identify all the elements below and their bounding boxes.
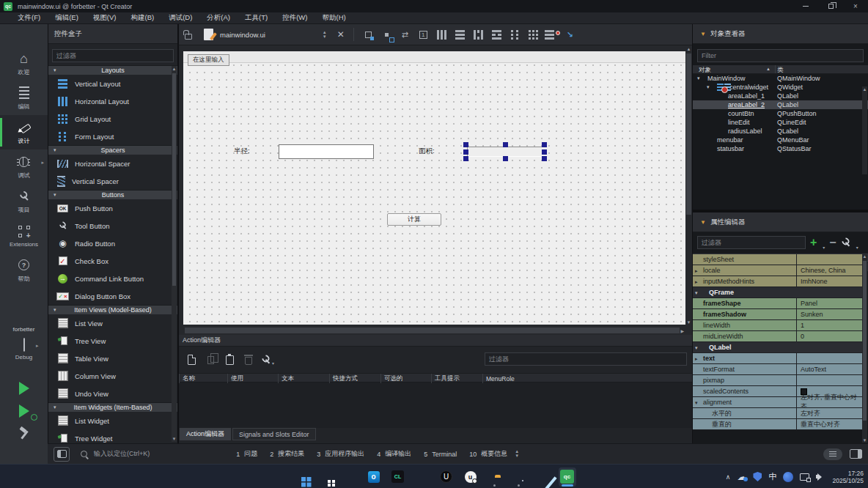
taskbar-vscode[interactable] xyxy=(534,467,552,487)
property-row-qlabel[interactable]: ▾QLabel xyxy=(693,342,862,353)
sidebar-item-extensions[interactable]: +Extensions xyxy=(0,218,48,253)
taskbar-qt-creator[interactable]: qc xyxy=(559,467,576,487)
sidebar-item-projects[interactable]: 项目 xyxy=(0,184,48,218)
widget-box-filter-input[interactable] xyxy=(52,49,174,62)
property-value[interactable]: 左对齐, 垂直中心对齐 xyxy=(796,397,862,407)
sidebar-item-edit[interactable]: 编辑 xyxy=(0,81,48,115)
taskbar-microsoft-store[interactable] xyxy=(317,467,334,487)
inspector-row-arealabel-1[interactable]: areaLabel_1QLabel xyxy=(693,92,868,100)
property-value[interactable]: Sunken xyxy=(796,309,862,319)
minimize-button[interactable] xyxy=(793,0,818,12)
widget-item-command-link-button[interactable]: →Command Link Button xyxy=(48,270,177,287)
menubar-item-b[interactable]: 构建(B) xyxy=(123,13,161,23)
property-value[interactable] xyxy=(796,353,862,363)
toolbar-edit-tab-order-icon[interactable]: 1 xyxy=(416,27,431,42)
right-sidebar-toggle-icon[interactable] xyxy=(850,449,862,459)
action-settings-button[interactable]: ▾ xyxy=(258,351,277,369)
property-value[interactable]: Panel xyxy=(796,298,862,308)
widget-item-horizontal-layout[interactable]: Horizontal Layout xyxy=(48,92,177,110)
toolbar-edit-signals-slots-icon[interactable] xyxy=(379,27,394,42)
property-row-pixmap[interactable]: pixmap xyxy=(693,375,862,386)
inspector-row-lineedit[interactable]: lineEditQLineEdit xyxy=(693,118,868,127)
toolbar-edit-widgets-icon[interactable] xyxy=(361,27,376,42)
output-panes-menu-button[interactable] xyxy=(823,448,842,460)
property-row-frameshadow[interactable]: frameShadowSunken xyxy=(693,309,862,320)
inspector-row-countbtn[interactable]: countBtnQPushButton xyxy=(693,109,868,118)
taskbar-edge[interactable] xyxy=(413,467,431,487)
output-pane-item[interactable]: 3应用程序输出 xyxy=(317,449,364,459)
tray-app-icon[interactable] xyxy=(783,472,793,482)
widget-item-column-view[interactable]: Column View xyxy=(48,367,177,385)
taskbar-outlook[interactable]: o xyxy=(365,467,383,487)
inspector-row-statusbar[interactable]: statusbarQStatusBar xyxy=(693,144,868,153)
menubar-item-a[interactable]: 分析(A) xyxy=(199,13,238,23)
selection-handle[interactable] xyxy=(542,156,547,161)
widget-item-tree-widget[interactable]: Tree Widget xyxy=(48,429,177,443)
canvas-vertical-scrollbar[interactable]: ▲ ▼ xyxy=(685,45,692,326)
object-inspector-filter-input[interactable] xyxy=(697,49,864,62)
tray-expand-icon[interactable]: ∧ xyxy=(726,473,731,481)
open-document-name[interactable]: mainwindow.ui xyxy=(220,31,265,39)
property-value[interactable]: 垂直中心对齐 xyxy=(796,419,862,429)
tab-action[interactable]: Action编辑器 xyxy=(180,428,231,440)
expand-arrow-icon[interactable]: ▸ xyxy=(695,356,698,362)
document-switcher-icon[interactable]: ▲▼ xyxy=(323,31,327,39)
widget-item-push-button[interactable]: OKPush Button xyxy=(48,199,177,217)
sidebar-item-design[interactable]: 设计 xyxy=(0,115,48,149)
menubar-item-t[interactable]: 工具(T) xyxy=(238,13,275,23)
new-action-button[interactable] xyxy=(182,351,201,369)
menubar-item-w[interactable]: 控件(W) xyxy=(275,13,315,23)
taskbar-design-app[interactable] xyxy=(341,467,358,487)
inspector-row-centralwidget[interactable]: ▾centralwidgetQWidget xyxy=(693,83,868,92)
expand-arrow-icon[interactable]: ▸ xyxy=(695,279,698,285)
menu-type-here[interactable]: 在这里输入 xyxy=(188,54,229,66)
taskbar-unreal-marketplace[interactable]: u xyxy=(462,467,479,487)
selection-handle[interactable] xyxy=(463,142,468,147)
action-column-item[interactable]: 名称 xyxy=(179,374,195,383)
widget-item-vertical-layout[interactable]: Vertical Layout xyxy=(48,75,177,92)
volume-icon[interactable] xyxy=(816,473,825,481)
widget-item-radio-button[interactable]: ◉Radio Button xyxy=(48,234,177,252)
widget-category-buttons[interactable]: ▾Buttons xyxy=(48,190,177,199)
scroll-up-icon[interactable]: ▲ xyxy=(172,67,177,71)
output-pane-item[interactable]: 1问题 xyxy=(236,449,257,459)
menubar-item-h[interactable]: 帮助(H) xyxy=(315,13,353,23)
widget-item-form-layout[interactable]: Form Layout xyxy=(48,127,177,145)
widget-box-scrollbar[interactable]: ▲ ▼ xyxy=(172,66,177,442)
property-value[interactable]: 左对齐 xyxy=(796,408,862,418)
action-column-menurole[interactable]: MenuRole xyxy=(482,374,515,383)
widget-item-horizontal-spacer[interactable]: Horizontal Spacer xyxy=(48,155,177,172)
widget-item-undo-view[interactable]: Undo View xyxy=(48,385,177,402)
property-row-text[interactable]: ▸text xyxy=(693,353,862,364)
toolbar-edit-buddies-icon[interactable]: ⇄ xyxy=(397,27,413,42)
expand-arrow-icon[interactable]: ▾ xyxy=(695,400,698,406)
widget-item-list-widget[interactable]: List Widget xyxy=(48,412,177,429)
selected-area-value-label[interactable] xyxy=(465,144,545,160)
weather-cloud-icon[interactable]: ☁ xyxy=(737,472,746,481)
scroll-up-icon[interactable]: ▲ xyxy=(862,254,867,259)
property-value[interactable]: AutoText xyxy=(796,364,862,374)
taskbar-chrome[interactable] xyxy=(510,467,528,487)
widget-item-vertical-spacer[interactable]: Vertical Spacer xyxy=(48,172,177,190)
inspector-row-menubar[interactable]: menubarQMenuBar xyxy=(693,136,868,144)
kit-selector[interactable]: forbetter ▸ Debug xyxy=(0,326,48,361)
selection-handle[interactable] xyxy=(463,149,468,155)
add-dynamic-property-button[interactable]: + xyxy=(810,237,817,248)
action-filter-input[interactable] xyxy=(485,352,687,366)
inspector-row-arealabel-2[interactable]: areaLabel_2QLabel xyxy=(693,100,868,109)
radius-label-widget[interactable]: 半径: xyxy=(234,147,250,156)
object-inspector-columns[interactable]: 对象 ▲ 类 xyxy=(693,65,868,74)
property-row-item[interactable]: 水平的左对齐 xyxy=(693,408,862,419)
action-column-item[interactable]: 使用 xyxy=(227,374,243,383)
output-pane-item[interactable]: 4编译输出 xyxy=(377,449,411,459)
property-scrollbar[interactable]: ▲ ▼ xyxy=(862,254,867,443)
action-column-item[interactable]: 工具提示 xyxy=(431,374,460,383)
widget-item-tool-button[interactable]: Tool Button xyxy=(48,217,177,234)
property-row-textformat[interactable]: textFormatAutoText xyxy=(693,364,862,375)
scroll-right-icon[interactable]: ▶ xyxy=(680,328,684,333)
property-value[interactable]: 1 xyxy=(796,320,862,330)
property-row-midlinewidth[interactable]: midLineWidth0 xyxy=(693,331,862,342)
close-document-icon[interactable]: ✕ xyxy=(337,29,345,40)
taskbar-unreal-engine[interactable]: U xyxy=(438,467,455,487)
taskbar-clion[interactable]: CL xyxy=(389,467,407,487)
